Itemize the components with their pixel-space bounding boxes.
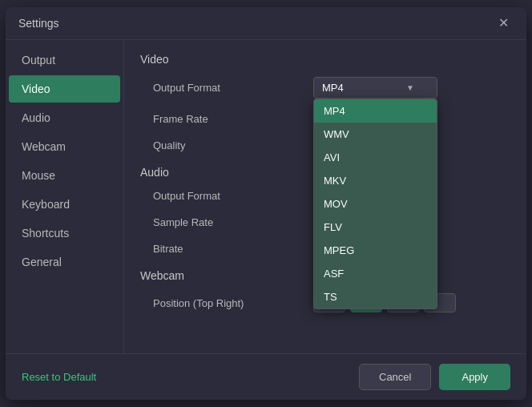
- output-format-dropdown-list: MP4 WMV AVI MKV MOV: [313, 99, 437, 309]
- video-section-title: Video: [140, 53, 510, 66]
- output-format-dropdown-container: MP4 ▼ MP4 WMV AVI M: [313, 77, 437, 99]
- output-format-value: MP4: [322, 82, 344, 94]
- dropdown-option-asf[interactable]: ASF: [314, 262, 437, 285]
- sidebar-item-video[interactable]: Video: [9, 75, 120, 103]
- sidebar-item-mouse[interactable]: Mouse: [9, 162, 120, 189]
- sidebar: Output Video Audio Webcam Mouse Keyboard…: [6, 40, 124, 353]
- settings-dialog: Settings ✕ Output Video Audio Webcam Mou…: [6, 7, 526, 400]
- dialog-content: Output Video Audio Webcam Mouse Keyboard…: [6, 40, 526, 353]
- sidebar-item-output[interactable]: Output: [9, 46, 120, 74]
- sidebar-item-audio[interactable]: Audio: [9, 104, 120, 131]
- sidebar-item-webcam[interactable]: Webcam: [9, 133, 120, 160]
- dropdown-option-mov[interactable]: MOV: [314, 192, 437, 216]
- reset-to-default-button[interactable]: Reset to Default: [22, 371, 96, 383]
- apply-button[interactable]: Apply: [439, 364, 510, 390]
- quality-label: Quality: [153, 139, 313, 151]
- dialog-title: Settings: [18, 17, 59, 30]
- sidebar-item-general[interactable]: General: [9, 248, 120, 276]
- dropdown-option-avi[interactable]: AVI: [314, 146, 437, 169]
- output-format-dropdown[interactable]: MP4 ▼: [313, 77, 437, 99]
- footer: Reset to Default Cancel Apply: [6, 353, 526, 400]
- dropdown-option-mpeg[interactable]: MPEG: [314, 239, 437, 262]
- title-bar: Settings ✕: [6, 7, 526, 40]
- cancel-button[interactable]: Cancel: [359, 364, 431, 390]
- sidebar-item-shortcuts[interactable]: Shortcuts: [9, 220, 120, 247]
- output-format-label: Output Format: [153, 82, 313, 94]
- sample-rate-label: Sample Rate: [153, 216, 313, 228]
- dropdown-arrow-icon: ▼: [406, 83, 414, 92]
- footer-actions: Cancel Apply: [359, 364, 510, 390]
- close-button[interactable]: ✕: [494, 15, 514, 31]
- dropdown-option-mkv[interactable]: MKV: [314, 169, 437, 192]
- dropdown-option-mp4[interactable]: MP4: [314, 99, 437, 123]
- frame-rate-label: Frame Rate: [153, 113, 313, 125]
- dropdown-option-ts[interactable]: TS: [314, 285, 437, 308]
- output-format-row: Output Format MP4 ▼ MP4 WMV: [140, 77, 510, 99]
- dropdown-option-flv[interactable]: FLV: [314, 216, 437, 239]
- dropdown-option-wmv[interactable]: WMV: [314, 123, 437, 146]
- bitrate-label: Bitrate: [153, 243, 313, 255]
- webcam-position-label: Position (Top Right): [153, 297, 313, 309]
- audio-output-format-label: Output Format: [153, 190, 313, 202]
- main-content: Video Output Format MP4 ▼ MP4 WMV: [124, 40, 526, 353]
- sidebar-item-keyboard[interactable]: Keyboard: [9, 191, 120, 218]
